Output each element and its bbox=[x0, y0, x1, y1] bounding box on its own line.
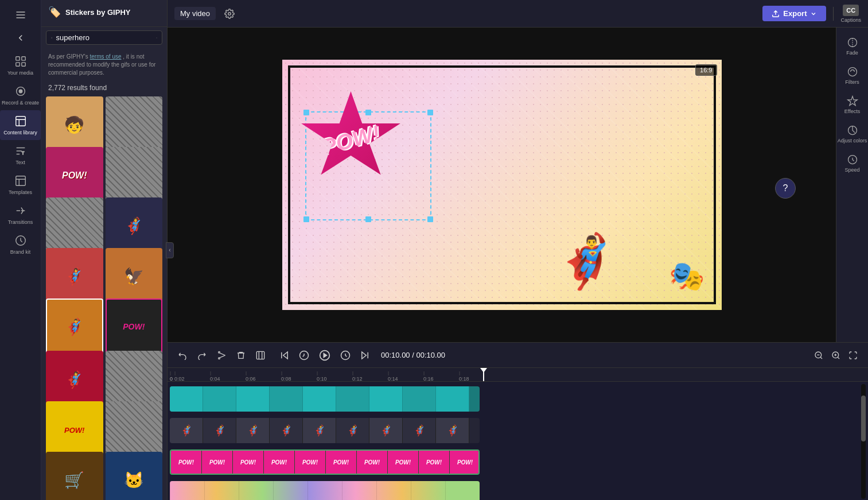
svg-rect-11 bbox=[15, 176, 25, 186]
sidebar-item-record-create[interactable]: Record & create bbox=[0, 80, 41, 110]
ruler-mark: 0:16 bbox=[423, 370, 459, 382]
clip-button[interactable] bbox=[252, 347, 268, 363]
ruler-mark: 0:08 bbox=[281, 370, 317, 382]
effects-tool[interactable]: Effects bbox=[836, 91, 868, 119]
video-canvas: POW! 🦸‍♂️ 🎭 16:9 bbox=[281, 59, 723, 311]
search-box[interactable] bbox=[46, 30, 162, 45]
sticker-item[interactable]: POW! bbox=[46, 147, 103, 204]
track-row-4 bbox=[168, 479, 868, 500]
skip-forward-button[interactable] bbox=[357, 347, 373, 363]
timeline-section: 00:10.00 / 00:10.00 bbox=[168, 342, 868, 500]
svg-point-19 bbox=[848, 68, 857, 76]
sticker-item[interactable] bbox=[106, 351, 163, 408]
sidebar-item-your-media[interactable]: Your media bbox=[0, 51, 41, 80]
pow-burst: POW! bbox=[299, 91, 403, 183]
panel-title: Stickers by GIPHY bbox=[65, 8, 130, 17]
expand-timeline-button[interactable] bbox=[845, 347, 861, 363]
clear-search-icon[interactable] bbox=[156, 34, 158, 42]
svg-point-14 bbox=[228, 12, 231, 15]
time-display: 00:10.00 / 00:10.00 bbox=[381, 351, 445, 359]
fade-tool[interactable]: Fade bbox=[836, 32, 868, 60]
sticker-item[interactable] bbox=[106, 401, 163, 459]
panel-collapse-arrow[interactable]: ‹ bbox=[166, 242, 174, 258]
filters-tool[interactable]: Filters bbox=[836, 61, 868, 90]
zoom-controls bbox=[811, 347, 861, 363]
video-section: POW! 🦸‍♂️ 🎭 16:9 ? bbox=[168, 28, 868, 342]
help-button[interactable]: ? bbox=[775, 178, 796, 199]
terms-link[interactable]: terms of use bbox=[90, 53, 122, 60]
svg-marker-31 bbox=[362, 352, 367, 359]
sticker-item[interactable]: 🐱 bbox=[106, 452, 163, 500]
export-button[interactable]: Export bbox=[762, 6, 826, 21]
mask-element: 🎭 bbox=[669, 259, 704, 293]
back-button[interactable] bbox=[10, 28, 31, 48]
cut-button[interactable] bbox=[213, 347, 229, 363]
captions-button[interactable]: CC Captions bbox=[840, 5, 861, 23]
search-input[interactable] bbox=[56, 33, 153, 42]
sticker-item[interactable]: 🦸‍♂️ bbox=[46, 299, 103, 356]
sticker-item[interactable] bbox=[106, 96, 163, 154]
svg-point-13 bbox=[51, 37, 52, 38]
sidebar-item-templates[interactable]: Templates bbox=[0, 170, 41, 200]
ruler-mark: 0:02 bbox=[174, 370, 210, 382]
ruler-mark: 0:10 bbox=[317, 370, 352, 382]
sidebar-item-transitions[interactable]: Transitions bbox=[0, 200, 41, 230]
ruler-mark: 0:14 bbox=[388, 370, 423, 382]
adjust-colors-tool[interactable]: Adjust colors bbox=[836, 120, 868, 148]
sidebar-item-brand-kit[interactable]: Brand kit bbox=[0, 230, 41, 259]
sticker-grid: 🧒 POW! 🦸 🦸‍♀️ 🦅 🦸‍♂️ POW! Add to timelin… bbox=[41, 96, 167, 500]
panel-header: 🏷️ Stickers by GIPHY bbox=[41, 0, 167, 27]
sidebar-item-content-library[interactable]: Content library bbox=[0, 110, 41, 140]
zoom-out-button[interactable] bbox=[811, 347, 827, 363]
search-icon bbox=[51, 34, 53, 42]
svg-rect-3 bbox=[15, 57, 19, 60]
svg-line-37 bbox=[838, 357, 839, 359]
sticker-item[interactable]: POW! bbox=[46, 401, 103, 459]
svg-point-8 bbox=[19, 90, 22, 93]
tab-settings-icon[interactable] bbox=[220, 5, 239, 23]
delete-button[interactable] bbox=[233, 347, 249, 363]
redo-button[interactable] bbox=[194, 347, 210, 363]
speed-tool[interactable]: Speed bbox=[836, 149, 868, 177]
sticker-item[interactable]: 🧒 bbox=[46, 96, 103, 154]
timeline-scrollbar[interactable] bbox=[861, 384, 866, 499]
stickers-panel: 🏷️ Stickers by GIPHY As per GIPHY's term… bbox=[41, 0, 168, 500]
sticker-item[interactable]: 🦸‍♀️ bbox=[46, 351, 103, 408]
ruler-mark: 0:06 bbox=[246, 370, 281, 382]
track-dark[interactable]: 🦸 🦸 🦸 🦸 🦸 🦸 🦸 🦸 🦸 bbox=[170, 418, 480, 443]
svg-rect-9 bbox=[15, 117, 25, 126]
track-pink[interactable] bbox=[170, 481, 480, 500]
cc-icon: CC bbox=[843, 5, 859, 16]
hero-character: 🦸‍♂️ bbox=[554, 235, 618, 287]
handle-tc[interactable] bbox=[365, 110, 371, 115]
right-panel: Fade Filters Effects Adju bbox=[836, 28, 868, 342]
sidebar-item-text[interactable]: T Text bbox=[0, 140, 41, 170]
track-teal[interactable] bbox=[170, 386, 480, 412]
sticker-item[interactable]: 🦅 bbox=[106, 248, 163, 305]
scrollbar-thumb[interactable] bbox=[861, 396, 866, 441]
track-pow[interactable]: POW! POW! POW! POW! POW! POW! POW! POW! … bbox=[170, 449, 480, 475]
sticker-item[interactable]: 🦸 bbox=[106, 197, 163, 255]
play-button[interactable] bbox=[316, 346, 334, 365]
svg-rect-4 bbox=[21, 57, 25, 60]
sticker-item[interactable]: 🦸‍♀️ bbox=[46, 248, 103, 305]
sticker-item[interactable]: 🛒 bbox=[46, 452, 103, 500]
fast-forward-button[interactable] bbox=[337, 347, 353, 363]
rewind-button[interactable] bbox=[296, 347, 312, 363]
skip-back-button[interactable] bbox=[277, 347, 293, 363]
sticker-item[interactable]: POW! Add to timeline 🫵 bbox=[106, 299, 163, 356]
svg-line-34 bbox=[820, 357, 822, 359]
zoom-in-button[interactable] bbox=[828, 347, 844, 363]
left-sidebar: Your media Record & create Content libra… bbox=[0, 0, 41, 500]
svg-marker-29 bbox=[324, 353, 326, 357]
hamburger-menu[interactable] bbox=[10, 5, 31, 25]
handle-tl[interactable] bbox=[303, 110, 309, 115]
track-row-2: 🦸 🦸 🦸 🦸 🦸 🦸 🦸 🦸 🦸 bbox=[168, 416, 868, 445]
undo-button[interactable] bbox=[174, 347, 190, 363]
sticker-item[interactable] bbox=[106, 147, 163, 204]
pow-sticker-selected[interactable]: POW! bbox=[294, 86, 420, 195]
track-row-3: POW! POW! POW! POW! POW! POW! POW! POW! … bbox=[168, 447, 868, 477]
svg-rect-5 bbox=[15, 63, 19, 66]
my-video-tab[interactable]: My video bbox=[174, 7, 216, 20]
sticker-item[interactable] bbox=[46, 197, 103, 255]
